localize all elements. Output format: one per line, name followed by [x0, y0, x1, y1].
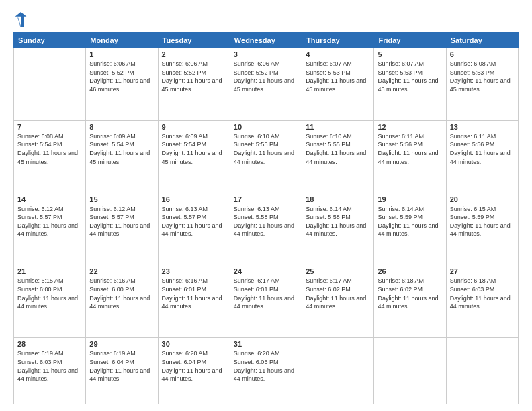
day-number: 26 — [378, 267, 442, 275]
day-number: 21 — [17, 267, 82, 275]
day-info: Sunrise: 6:20 AMSunset: 6:04 PMDaylight:… — [162, 349, 226, 383]
calendar-cell: 8Sunrise: 6:09 AMSunset: 5:54 PMDaylight… — [86, 120, 158, 193]
day-info: Sunrise: 6:13 AMSunset: 5:58 PMDaylight:… — [234, 205, 298, 238]
calendar-cell: 25Sunrise: 6:17 AMSunset: 6:02 PMDayligh… — [302, 265, 374, 338]
weekday-header-thursday: Thursday — [302, 33, 374, 48]
day-number: 15 — [89, 195, 154, 203]
day-number: 14 — [17, 195, 82, 203]
day-number: 30 — [162, 340, 226, 348]
weekday-header-friday: Friday — [374, 33, 446, 48]
day-number: 6 — [450, 50, 515, 58]
day-info: Sunrise: 6:10 AMSunset: 5:55 PMDaylight:… — [306, 132, 370, 166]
day-number: 28 — [17, 340, 82, 348]
calendar-cell: 23Sunrise: 6:16 AMSunset: 6:01 PMDayligh… — [158, 265, 230, 338]
day-number: 7 — [17, 123, 82, 131]
day-info: Sunrise: 6:19 AMSunset: 6:03 PMDaylight:… — [17, 349, 82, 383]
day-info: Sunrise: 6:07 AMSunset: 5:53 PMDaylight:… — [306, 60, 370, 93]
day-info: Sunrise: 6:07 AMSunset: 5:53 PMDaylight:… — [378, 60, 442, 93]
week-row-1: 1Sunrise: 6:06 AMSunset: 5:52 PMDaylight… — [14, 48, 519, 121]
day-number: 10 — [234, 123, 298, 131]
weekday-header-saturday: Saturday — [446, 33, 518, 48]
calendar-cell: 29Sunrise: 6:19 AMSunset: 6:04 PMDayligh… — [86, 338, 158, 404]
calendar-cell: 24Sunrise: 6:17 AMSunset: 6:01 PMDayligh… — [230, 265, 302, 338]
day-number: 11 — [306, 123, 370, 131]
calendar-cell: 3Sunrise: 6:06 AMSunset: 5:52 PMDaylight… — [230, 48, 302, 121]
day-info: Sunrise: 6:18 AMSunset: 6:02 PMDaylight:… — [378, 277, 442, 310]
calendar-cell — [14, 48, 86, 121]
calendar-table: SundayMondayTuesdayWednesdayThursdayFrid… — [13, 32, 519, 404]
day-info: Sunrise: 6:06 AMSunset: 5:52 PMDaylight:… — [162, 60, 226, 93]
day-info: Sunrise: 6:09 AMSunset: 5:54 PMDaylight:… — [89, 132, 154, 166]
day-info: Sunrise: 6:14 AMSunset: 5:58 PMDaylight:… — [306, 205, 370, 238]
calendar-cell: 9Sunrise: 6:09 AMSunset: 5:54 PMDaylight… — [158, 120, 230, 193]
calendar-cell: 21Sunrise: 6:15 AMSunset: 6:00 PMDayligh… — [14, 265, 86, 338]
calendar-cell: 6Sunrise: 6:08 AMSunset: 5:53 PMDaylight… — [446, 48, 518, 121]
calendar-cell — [374, 338, 446, 404]
calendar-cell: 17Sunrise: 6:13 AMSunset: 5:58 PMDayligh… — [230, 193, 302, 265]
day-number: 8 — [89, 123, 154, 131]
day-number: 24 — [234, 267, 298, 275]
calendar-cell: 28Sunrise: 6:19 AMSunset: 6:03 PMDayligh… — [14, 338, 86, 404]
calendar-cell: 15Sunrise: 6:12 AMSunset: 5:57 PMDayligh… — [86, 193, 158, 265]
day-number: 12 — [378, 123, 442, 131]
calendar-cell — [446, 338, 518, 404]
day-info: Sunrise: 6:11 AMSunset: 5:56 PMDaylight:… — [450, 132, 515, 166]
logo — [13, 12, 28, 27]
calendar-cell: 30Sunrise: 6:20 AMSunset: 6:04 PMDayligh… — [158, 338, 230, 404]
day-info: Sunrise: 6:08 AMSunset: 5:54 PMDaylight:… — [17, 132, 82, 166]
calendar-cell: 1Sunrise: 6:06 AMSunset: 5:52 PMDaylight… — [86, 48, 158, 121]
week-row-3: 14Sunrise: 6:12 AMSunset: 5:57 PMDayligh… — [14, 193, 519, 265]
weekday-header-wednesday: Wednesday — [230, 33, 302, 48]
day-number: 18 — [306, 195, 370, 203]
calendar-cell: 20Sunrise: 6:15 AMSunset: 5:59 PMDayligh… — [446, 193, 518, 265]
calendar-cell — [302, 338, 374, 404]
day-number: 19 — [378, 195, 442, 203]
calendar-cell: 18Sunrise: 6:14 AMSunset: 5:58 PMDayligh… — [302, 193, 374, 265]
day-number: 9 — [162, 123, 226, 131]
day-info: Sunrise: 6:13 AMSunset: 5:57 PMDaylight:… — [162, 205, 226, 238]
day-info: Sunrise: 6:12 AMSunset: 5:57 PMDaylight:… — [89, 205, 154, 238]
calendar-cell: 4Sunrise: 6:07 AMSunset: 5:53 PMDaylight… — [302, 48, 374, 121]
calendar-cell: 31Sunrise: 6:20 AMSunset: 6:05 PMDayligh… — [230, 338, 302, 404]
week-row-5: 28Sunrise: 6:19 AMSunset: 6:03 PMDayligh… — [14, 338, 519, 404]
day-info: Sunrise: 6:12 AMSunset: 5:57 PMDaylight:… — [17, 205, 82, 238]
day-info: Sunrise: 6:11 AMSunset: 5:56 PMDaylight:… — [378, 132, 442, 166]
day-info: Sunrise: 6:06 AMSunset: 5:52 PMDaylight:… — [234, 60, 298, 93]
day-number: 13 — [450, 123, 515, 131]
week-row-2: 7Sunrise: 6:08 AMSunset: 5:54 PMDaylight… — [14, 120, 519, 193]
calendar-cell: 16Sunrise: 6:13 AMSunset: 5:57 PMDayligh… — [158, 193, 230, 265]
day-number: 2 — [162, 50, 226, 58]
calendar-cell: 11Sunrise: 6:10 AMSunset: 5:55 PMDayligh… — [302, 120, 374, 193]
day-info: Sunrise: 6:14 AMSunset: 5:59 PMDaylight:… — [378, 205, 442, 238]
day-number: 4 — [306, 50, 370, 58]
day-number: 23 — [162, 267, 226, 275]
day-number: 27 — [450, 267, 515, 275]
calendar-cell: 5Sunrise: 6:07 AMSunset: 5:53 PMDaylight… — [374, 48, 446, 121]
page: SundayMondayTuesdayWednesdayThursdayFrid… — [0, 0, 532, 411]
calendar-cell: 10Sunrise: 6:10 AMSunset: 5:55 PMDayligh… — [230, 120, 302, 193]
day-info: Sunrise: 6:19 AMSunset: 6:04 PMDaylight:… — [89, 349, 154, 383]
day-number: 29 — [89, 340, 154, 348]
header — [13, 12, 519, 27]
calendar-cell: 27Sunrise: 6:18 AMSunset: 6:03 PMDayligh… — [446, 265, 518, 338]
day-number: 16 — [162, 195, 226, 203]
weekday-header-monday: Monday — [86, 33, 158, 48]
day-number: 17 — [234, 195, 298, 203]
logo-icon — [15, 12, 27, 27]
day-number: 25 — [306, 267, 370, 275]
calendar-cell: 13Sunrise: 6:11 AMSunset: 5:56 PMDayligh… — [446, 120, 518, 193]
calendar-cell: 14Sunrise: 6:12 AMSunset: 5:57 PMDayligh… — [14, 193, 86, 265]
weekday-header-row: SundayMondayTuesdayWednesdayThursdayFrid… — [14, 33, 519, 48]
day-info: Sunrise: 6:15 AMSunset: 6:00 PMDaylight:… — [17, 277, 82, 310]
calendar-cell: 2Sunrise: 6:06 AMSunset: 5:52 PMDaylight… — [158, 48, 230, 121]
day-info: Sunrise: 6:16 AMSunset: 6:00 PMDaylight:… — [89, 277, 154, 310]
day-info: Sunrise: 6:20 AMSunset: 6:05 PMDaylight:… — [234, 349, 298, 383]
weekday-header-tuesday: Tuesday — [158, 33, 230, 48]
day-info: Sunrise: 6:16 AMSunset: 6:01 PMDaylight:… — [162, 277, 226, 310]
calendar-cell: 22Sunrise: 6:16 AMSunset: 6:00 PMDayligh… — [86, 265, 158, 338]
calendar-cell: 12Sunrise: 6:11 AMSunset: 5:56 PMDayligh… — [374, 120, 446, 193]
day-info: Sunrise: 6:18 AMSunset: 6:03 PMDaylight:… — [450, 277, 515, 310]
day-info: Sunrise: 6:09 AMSunset: 5:54 PMDaylight:… — [162, 132, 226, 166]
day-info: Sunrise: 6:08 AMSunset: 5:53 PMDaylight:… — [450, 60, 515, 93]
calendar-cell: 7Sunrise: 6:08 AMSunset: 5:54 PMDaylight… — [14, 120, 86, 193]
